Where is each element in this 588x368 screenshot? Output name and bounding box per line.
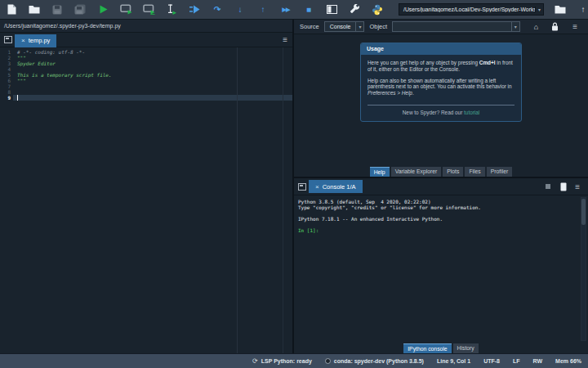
editor-tab-temp-py[interactable]: × temp.py [15,34,56,47]
console-banner-line: IPython 7.18.1 -- An enhanced Interactiv… [298,216,577,222]
tutorial-link[interactable]: tutorial [464,110,479,115]
help-object-combobox[interactable]: ▾ [392,21,520,32]
tab-variable-explorer[interactable]: Variable Explorer [391,167,442,177]
scrollbar-thumb[interactable] [581,199,586,225]
ipython-console[interactable]: Python 3.8.5 (default, Sep 4 2020, 02:22… [294,195,588,343]
help-panel: Source Console ▾ Object ▾ ⌂ ≡ [294,20,588,178]
encoding-status: UTF-8 [483,358,500,364]
chevron-down-icon[interactable]: ▾ [511,22,519,31]
source-label: Source [300,23,319,30]
debug-stop-icon[interactable]: ■ [302,3,315,16]
tab-ipython-console[interactable]: IPython console [403,343,451,353]
main-toolbar: ↷ ↓ ↑ ▶▶ ■ /Users/juanitagomez/Local/Dev… [0,0,588,20]
help-source-select[interactable]: Console ▾ [324,21,365,32]
code-line: """ [13,55,292,61]
tab-history[interactable]: History [453,343,479,353]
run-cell-icon[interactable] [119,3,132,16]
column-ruler [237,47,238,353]
console-prompt: In [1]: [298,227,577,233]
preferences-wrench-icon[interactable] [348,3,361,16]
run-file-icon[interactable] [96,3,109,16]
conda-icon [325,358,331,364]
lsp-status: ⟳ LSP Python: ready [252,357,312,365]
tab-files[interactable]: Files [465,167,484,177]
lock-icon[interactable] [547,22,563,31]
right-top-pane-tabs: Help Variable Explorer Plots Files Profi… [294,166,588,177]
parent-directory-icon[interactable]: ↑ [577,3,588,16]
console-banner-line: Python 3.8.5 (default, Sep 4 2020, 02:22… [298,199,577,204]
debug-step-into-icon[interactable]: ↓ [234,3,247,16]
help-content: Usage Here you can get help of any objec… [294,34,588,166]
python-path-manager-icon[interactable] [371,3,384,16]
console-banner-line [298,210,577,216]
usage-title: Usage [361,43,521,55]
home-icon[interactable]: ⌂ [530,23,542,31]
interrupt-kernel-icon[interactable] [546,184,550,189]
chevron-down-icon[interactable]: ▾ [535,7,543,12]
save-all-icon[interactable] [74,3,87,16]
tab-help[interactable]: Help [370,167,390,177]
save-icon[interactable] [51,3,64,16]
usage-footer: New to Spyder? Read our tutorial [361,109,521,121]
help-options-menu-icon[interactable]: ≡ [568,22,582,31]
close-icon[interactable]: × [315,183,319,191]
console-tab-label: Console 1/A [323,183,356,191]
object-label: Object [369,23,387,30]
code-line: This is a temporary script file. [13,72,292,78]
main-split: /Users/juanitagomez/.spyder-py3-dev/temp… [0,20,588,353]
kbd-shortcut: Cmd+I [479,60,496,65]
sync-icon: ⟳ [252,357,258,365]
code-line: Spyder Editor [13,61,292,66]
code-line: # -*- coding: utf-8 -*- [13,49,292,55]
editor-file-path: /Users/juanitagomez/.spyder-py3-dev/temp… [0,20,292,33]
console-tabbar: × Console 1/A ≡ [294,178,588,195]
interpreter-status[interactable]: conda: spyder-dev (Python 3.8.5) [325,358,424,364]
memory-status: Mem 66% [555,358,581,364]
code-line [13,89,292,95]
editor-tabbar: × temp.py ≡ [0,33,292,47]
current-code-line [13,95,292,101]
status-bar: ⟳ LSP Python: ready conda: spyder-dev (P… [0,353,588,368]
code-editor[interactable]: 1 2 3 4 5 6 7 8 9 # -*- coding: utf-8 -*… [0,47,292,353]
close-icon[interactable]: × [21,37,25,44]
tab-profiler[interactable]: Profiler [487,167,513,177]
console-tab[interactable]: × Console 1/A [309,180,363,193]
divider [368,105,514,105]
usage-body: Here you can get help of any object by p… [361,55,521,103]
console-panel: × Console 1/A ≡ Python 3.8.5 (default, S… [294,178,588,353]
console-scrollbar[interactable] [581,197,586,341]
working-directory-combobox[interactable]: /Users/juanitagomez/Local/Dev-Spyder/Spy… [399,3,544,16]
code-line [13,66,292,72]
tab-plots[interactable]: Plots [443,167,463,177]
browse-tabs-icon[interactable] [296,181,309,192]
run-cell-advance-icon[interactable] [142,3,155,16]
editor-panel: /Users/juanitagomez/.spyder-py3-dev/temp… [0,20,294,353]
text-cursor [17,95,18,101]
code-line: """ [13,78,292,83]
open-file-icon[interactable] [28,3,41,16]
editor-options-menu-icon[interactable]: ≡ [278,35,292,44]
debug-continue-icon[interactable]: ▶▶ [279,3,292,16]
scroll-flag-area[interactable] [283,47,292,353]
eol-status: LF [513,358,520,364]
editor-tab-label: temp.py [29,37,51,44]
usage-card: Usage Here you can get help of any objec… [360,43,522,122]
spyder-window: ↷ ↓ ↑ ▶▶ ■ /Users/juanitagomez/Local/Dev… [0,0,588,368]
debug-file-icon[interactable] [188,3,201,16]
browse-tabs-icon[interactable] [2,34,15,46]
chevron-down-icon[interactable]: ▾ [355,22,363,31]
code-area[interactable]: # -*- coding: utf-8 -*- """ Spyder Edito… [13,47,292,353]
console-banner-line: Type "copyright", "credits" or "license"… [298,204,577,210]
right-pane-column: Source Console ▾ Object ▾ ⌂ ≡ [294,20,588,353]
code-line [13,83,292,89]
console-options-menu-icon[interactable]: ≡ [570,182,585,191]
debug-step-over-icon[interactable]: ↷ [211,3,224,16]
debug-step-return-icon[interactable]: ↑ [256,3,270,16]
help-header: Source Console ▾ Object ▾ ⌂ ≡ [294,20,588,34]
browse-directory-icon[interactable] [554,3,567,16]
maximize-pane-icon[interactable] [325,3,338,16]
new-file-icon[interactable] [5,3,18,16]
cursor-position-status: Line 9, Col 1 [437,358,470,364]
new-console-icon[interactable] [557,181,570,192]
run-selection-icon[interactable] [165,3,178,16]
